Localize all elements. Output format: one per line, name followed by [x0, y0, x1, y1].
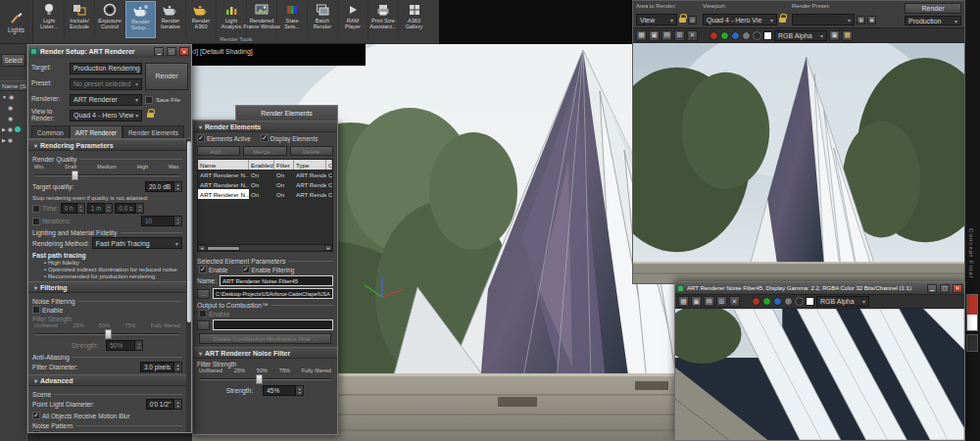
- close-button[interactable]: ✕: [179, 47, 189, 56]
- render-preset-dropdown[interactable]: ▾: [792, 14, 855, 25]
- element-strength-spinner[interactable]: 45%▴▾: [263, 385, 304, 396]
- view-to-render-dropdown[interactable]: Quad 4 - Hero View ▾: [70, 110, 142, 122]
- render-setup-button[interactable]: Render Setup...: [125, 1, 156, 38]
- eye-icon[interactable]: ◉: [8, 125, 13, 132]
- render-a360-button[interactable]: Render A360: [186, 1, 217, 38]
- tree-row[interactable]: ◉: [0, 102, 26, 113]
- render-button[interactable]: Render: [905, 3, 961, 14]
- red-channel-toggle[interactable]: [710, 31, 718, 40]
- element-strength-slider[interactable]: [200, 374, 330, 384]
- edit-region-icon[interactable]: ▤: [688, 16, 697, 24]
- time-checkbox[interactable]: [32, 205, 40, 213]
- tab-art-renderer[interactable]: ART Renderer: [70, 125, 122, 138]
- element-enable-filtering-toggle[interactable]: ✓ Enable Filtering: [242, 266, 295, 273]
- renderer-dropdown[interactable]: ART Renderer ▾: [70, 94, 142, 106]
- dialog-scrollbar[interactable]: [186, 139, 191, 432]
- maximize-button[interactable]: ◻: [167, 47, 176, 56]
- minimize-button[interactable]: ▁: [927, 284, 937, 293]
- blue-channel-toggle[interactable]: [731, 31, 740, 40]
- tree-row[interactable]: ◉: [0, 113, 26, 123]
- create-combustion-workspace-button[interactable]: Create Combustion Workspace Now ...: [199, 333, 331, 344]
- delete-element-button[interactable]: Delete: [290, 146, 333, 156]
- element-strength-slider-thumb[interactable]: [256, 374, 263, 384]
- tab-render-elements[interactable]: Render Elements: [122, 125, 184, 138]
- element-output-path-field[interactable]: C:\Desktop-Projects\USAirforce-CadetChap…: [213, 288, 333, 299]
- elements-active-toggle[interactable]: ✓ Elements Active: [197, 134, 251, 142]
- display-elements-checkbox[interactable]: ✓: [261, 134, 269, 142]
- side-thumbnail[interactable]: [966, 294, 978, 331]
- filter-diameter-spinner[interactable]: 3.0 pixels▴▾: [140, 362, 182, 372]
- table-header-row[interactable]: Name Enabled Filter Type Ou: [198, 160, 332, 170]
- render-elements-tab[interactable]: Render Elements: [235, 105, 338, 121]
- combustion-path-field[interactable]: [213, 319, 333, 330]
- browse-output-button[interactable]: ...: [197, 289, 210, 299]
- red-channel-toggle[interactable]: [752, 297, 760, 306]
- mono-channel-toggle[interactable]: [742, 31, 751, 40]
- rollout-filtering[interactable]: Filtering: [28, 281, 186, 293]
- noise-strength-slider[interactable]: [35, 329, 179, 339]
- add-element-button[interactable]: Add ...: [197, 146, 240, 156]
- viewport-dropdown[interactable]: Quad 4 - Hero Vie ▾: [703, 14, 777, 25]
- quality-slider[interactable]: [35, 171, 179, 180]
- strength-spinner[interactable]: 50%▴▾: [106, 340, 143, 351]
- table-row-selected[interactable]: ART Renderer N... On On ART Rendere... C…: [198, 189, 332, 199]
- rendering-method-dropdown[interactable]: Fast Path Tracing ▾: [92, 237, 182, 249]
- tree-closed-icon[interactable]: ▶: [2, 137, 6, 143]
- target-quality-spinner[interactable]: 20.0 dB ▴▾: [145, 181, 182, 192]
- animate-noise-checkbox[interactable]: [32, 430, 40, 432]
- time-seconds-spinner[interactable]: 0.0 s▴▾: [115, 203, 144, 214]
- noise-filter-enable-checkbox[interactable]: [32, 306, 40, 314]
- scroll-right-icon[interactable]: ▸: [324, 245, 332, 251]
- dialog-scrollbar-thumb[interactable]: [187, 141, 191, 322]
- maximize-button[interactable]: ◻: [940, 284, 950, 293]
- element-enable-toggle[interactable]: ✓ Enable: [199, 266, 228, 273]
- snapshot-icon[interactable]: ▦: [842, 30, 853, 41]
- preset-dropdown[interactable]: No preset selected ▾: [70, 78, 142, 90]
- area-lock-icon[interactable]: [679, 18, 686, 23]
- tree-row[interactable]: ▼ ◉: [0, 91, 26, 102]
- merge-element-button[interactable]: Merge ...: [243, 146, 286, 156]
- iterations-spinner[interactable]: 10▴▾: [141, 216, 182, 226]
- quality-slider-thumb[interactable]: [72, 171, 78, 180]
- eye-icon[interactable]: ◉: [8, 104, 13, 111]
- clear-image-icon[interactable]: ✕: [729, 296, 740, 307]
- background-color-swatch[interactable]: [763, 31, 772, 40]
- clone-window-icon[interactable]: ▣: [691, 296, 702, 307]
- exposure-control-button[interactable]: Exposure Control: [95, 1, 125, 38]
- clear-image-icon[interactable]: ✕: [687, 30, 698, 41]
- a360-gallery-button[interactable]: A360 Gallery: [399, 1, 429, 38]
- channel-display-dropdown[interactable]: RGB Alpha ▾: [816, 296, 869, 307]
- alpha-channel-toggle[interactable]: [795, 297, 804, 306]
- tree-row[interactable]: ▶ ◉: [0, 134, 26, 145]
- scroll-left-icon[interactable]: ◂: [198, 245, 206, 251]
- rollout-advanced[interactable]: Advanced: [28, 374, 186, 386]
- save-preset-icon[interactable]: ▦: [857, 16, 865, 24]
- eye-icon[interactable]: ◉: [8, 136, 13, 143]
- table-row[interactable]: ART Renderer N... On On ART Rendere... C…: [198, 170, 332, 179]
- copy-image-icon[interactable]: ▤: [704, 296, 714, 307]
- alpha-channel-toggle[interactable]: [753, 31, 761, 40]
- render-setup-titlebar[interactable]: Render Setup: ART Renderer ▁ ◻ ✕: [28, 45, 191, 58]
- render-button[interactable]: Render: [145, 63, 188, 90]
- scrollbar-thumb[interactable]: [207, 246, 240, 251]
- tree-row[interactable]: ▶ ◉: [0, 123, 26, 134]
- blue-channel-toggle[interactable]: [773, 297, 782, 306]
- batch-render-button[interactable]: Batch Render: [308, 1, 338, 38]
- save-image-icon[interactable]: ▦: [636, 30, 647, 41]
- channel-display-dropdown[interactable]: RGB Alpha ▾: [774, 30, 827, 41]
- noise-strength-slider-thumb[interactable]: [105, 329, 112, 339]
- rendered-frame-window-button[interactable]: Rendered Frame Window: [247, 1, 277, 38]
- close-button[interactable]: ✕: [953, 284, 962, 293]
- rollout-render-elements[interactable]: Render Elements: [193, 121, 337, 132]
- rollout-art-renderer-noise-filter[interactable]: ART Renderer Noise Filter: [193, 347, 337, 359]
- name-column-header[interactable]: Name (Sort: [0, 80, 26, 91]
- light-lister-button[interactable]: Light Lister...: [34, 1, 65, 38]
- layers-icon[interactable]: ▣: [829, 30, 840, 41]
- target-dropdown[interactable]: Production Rendering Mode ▾: [70, 63, 142, 74]
- print-image-icon[interactable]: ⊞: [674, 30, 685, 41]
- green-channel-toggle[interactable]: [762, 297, 771, 306]
- print-size-assistant-button[interactable]: Print Size Assistant...: [368, 1, 399, 38]
- element-name-field[interactable]: ART Renderer Noise Filter45: [220, 275, 333, 286]
- save-file-checkbox[interactable]: [145, 96, 153, 104]
- state-sets-button[interactable]: State Sets...: [277, 1, 308, 38]
